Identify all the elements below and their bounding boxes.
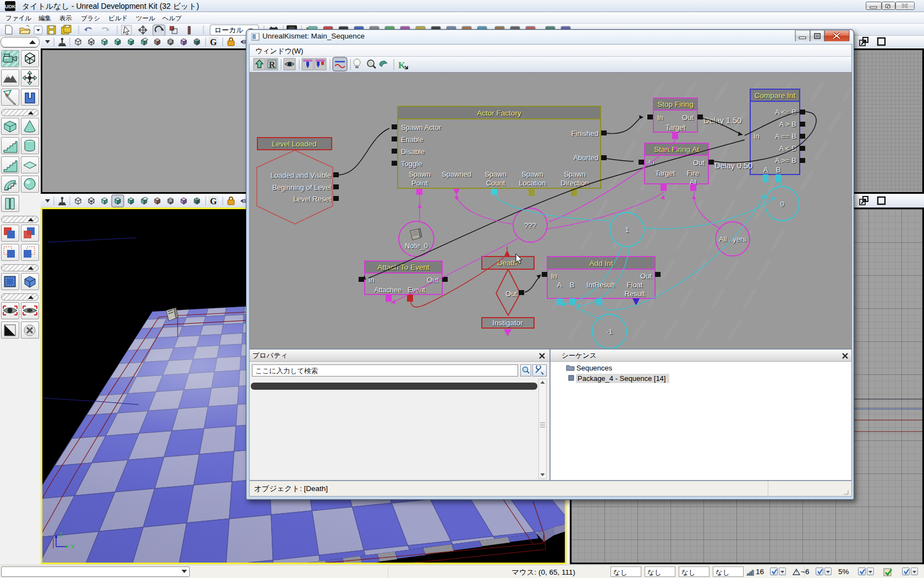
svg-text:Finished: Finished [571,129,598,138]
svg-text:Spawn: Spawn [564,170,586,178]
svg-text:Result: Result [625,290,645,298]
svg-text:Spawn: Spawn [485,170,507,178]
svg-text:Count: Count [486,179,505,187]
svg-text:B: B [570,281,575,289]
svg-text:1: 1 [625,226,629,234]
svg-text:Location: Location [519,179,546,187]
svg-text:In: In [754,132,760,140]
svg-text:Spawned: Spawned [442,170,471,178]
svg-text:Disable: Disable [401,148,425,156]
svg-text:Target: Target [666,123,686,132]
svg-text:UDK: UDK [5,4,16,9]
svg-text:Spawn Actor: Spawn Actor [401,123,442,132]
svg-text:???: ??? [524,221,536,230]
svg-text:In: In [657,113,663,122]
svg-text:A: A [763,166,768,174]
svg-text:Actor Factory: Actor Factory [477,109,521,117]
svg-text:Instigator: Instigator [492,319,523,327]
svg-text:Note_0: Note_0 [405,242,428,250]
svg-text:In: In [551,272,557,280]
svg-text:Out: Out [505,290,517,298]
svg-text:Add Int: Add Int [590,259,613,268]
svg-text:S: S [169,41,172,44]
svg-text:Spawn: Spawn [409,170,431,178]
svg-text:Enable: Enable [401,135,423,144]
svg-text:S: S [169,200,172,203]
svg-text:B: B [776,166,781,174]
svg-text:Y: Y [71,543,75,550]
svg-text:Fire: Fire [687,169,699,177]
svg-text:Out: Out [640,272,652,280]
svg-text:Loaded and Visible: Loaded and Visible [271,171,331,179]
svg-text:Attachee: Attachee [374,286,401,294]
svg-text:G: G [210,37,217,47]
svg-text:Toggle: Toggle [401,160,422,168]
svg-text:Aborted: Aborted [573,154,598,162]
svg-text:A > B: A > B [779,120,796,128]
svg-text:Compare Int: Compare Int [755,91,796,100]
svg-text:A <= B: A <= B [775,108,796,116]
svg-text:Z: Z [59,531,63,538]
svg-text:Delay 1.50: Delay 1.50 [703,116,741,125]
svg-text:Attach To Event: Attach To Event [377,263,430,271]
svg-text:Point: Point [411,179,428,187]
svg-text:ローカル: ローカル [215,26,244,34]
svg-text:IntResult: IntResult [586,281,615,289]
svg-text:Out: Out [693,159,705,167]
svg-text:Float: Float [627,281,643,289]
svg-text:A == B: A == B [775,132,796,140]
svg-text:G: G [210,197,217,206]
svg-text:0: 0 [780,200,784,208]
svg-text:Level Reset: Level Reset [293,195,331,203]
svg-text:R: R [269,60,276,69]
svg-text:-1: -1 [606,328,613,336]
svg-text:Out: Out [682,113,694,122]
svg-text:Stop Firing: Stop Firing [657,100,693,108]
svg-text:K: K [398,60,406,70]
svg-text:Beginning of Level: Beginning of Level [272,183,331,192]
svg-text:Level Loaded: Level Loaded [272,140,316,148]
svg-text:A >= B: A >= B [775,156,796,165]
svg-text:Target: Target [655,169,675,177]
svg-text:A: A [557,281,562,289]
svg-text:Spawn: Spawn [521,170,543,178]
